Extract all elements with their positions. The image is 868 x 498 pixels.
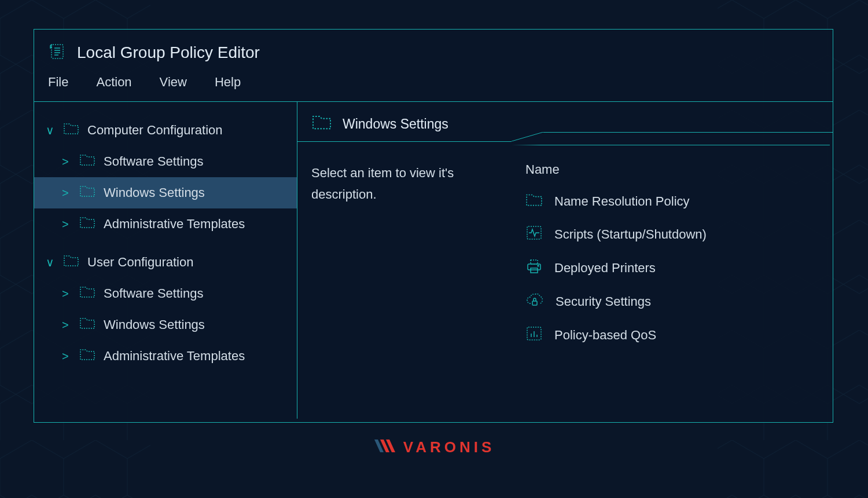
- item-scripts[interactable]: Scripts (Startup/Shutdown): [525, 218, 833, 251]
- chevron-down-icon: ∨: [46, 123, 55, 137]
- printer-icon: [525, 258, 543, 278]
- menu-view[interactable]: View: [160, 75, 187, 90]
- folder-icon: [63, 254, 79, 271]
- tree-item-label: Computer Configuration: [87, 123, 223, 138]
- cloud-lock-icon: [525, 292, 544, 312]
- chevron-right-icon: >: [62, 287, 71, 301]
- svg-rect-15: [532, 301, 537, 305]
- varonis-mark-icon: [373, 437, 398, 457]
- item-name-resolution-policy[interactable]: Name Resolution Policy: [525, 185, 833, 218]
- list-item-label: Name Resolution Policy: [554, 194, 690, 209]
- brand-logo: VARONIS: [0, 437, 868, 457]
- tree-item-label: Administrative Templates: [104, 349, 245, 364]
- content-header: Windows Settings: [297, 102, 540, 145]
- scroll-icon: [48, 42, 67, 63]
- app-window: Local Group Policy Editor File Action Vi…: [34, 29, 833, 423]
- menu-action[interactable]: Action: [96, 75, 131, 90]
- tree-item-label: Software Settings: [104, 154, 203, 169]
- chevron-down-icon: ∨: [46, 255, 55, 269]
- folder-icon: [79, 316, 95, 334]
- content-panel: Windows Settings Select an item to view …: [297, 102, 833, 419]
- tree-uc-software-settings[interactable]: > Software Settings: [34, 278, 297, 309]
- content-title: Windows Settings: [343, 116, 448, 132]
- chart-icon: [525, 325, 543, 345]
- tree-item-label: User Configuration: [87, 255, 193, 270]
- list-item-label: Deployed Printers: [554, 261, 656, 276]
- tree-item-label: Software Settings: [104, 286, 203, 301]
- tree-cc-software-settings[interactable]: > Software Settings: [34, 146, 297, 177]
- folder-icon: [79, 153, 95, 170]
- folder-icon: [79, 184, 95, 202]
- tree-uc-admin-templates[interactable]: > Administrative Templates: [34, 340, 297, 372]
- folder-icon: [79, 215, 95, 233]
- tree-item-label: Windows Settings: [104, 317, 205, 332]
- pulse-icon: [525, 225, 543, 244]
- tree-computer-configuration[interactable]: ∨ Computer Configuration: [34, 115, 297, 146]
- list-item-label: Scripts (Startup/Shutdown): [554, 227, 707, 242]
- svg-rect-13: [531, 268, 538, 273]
- svg-rect-4: [52, 45, 63, 58]
- menubar: File Action View Help: [34, 70, 833, 101]
- folder-icon: [525, 192, 543, 211]
- chevron-right-icon: >: [62, 186, 71, 200]
- svg-point-14: [538, 265, 539, 266]
- brand-name: VARONIS: [403, 438, 495, 456]
- folder-icon: [79, 285, 95, 302]
- tree-panel: ∨ Computer Configuration > Software Sett…: [34, 102, 297, 419]
- tree-cc-admin-templates[interactable]: > Administrative Templates: [34, 208, 297, 240]
- content-list: Name Name Resolution Policy: [525, 162, 833, 352]
- window-title: Local Group Policy Editor: [77, 43, 260, 62]
- tab-underline: [297, 141, 512, 142]
- folder-icon: [79, 347, 95, 365]
- svg-line-9: [512, 132, 543, 141]
- tab-diagonal: [512, 132, 543, 141]
- item-security-settings[interactable]: Security Settings: [525, 285, 833, 318]
- tree-cc-windows-settings[interactable]: > Windows Settings: [34, 177, 297, 208]
- tree-user-configuration[interactable]: ∨ User Configuration: [34, 247, 297, 278]
- item-deployed-printers[interactable]: Deployed Printers: [525, 251, 833, 285]
- list-item-label: Policy-based QoS: [554, 328, 656, 343]
- column-header-name: Name: [525, 162, 833, 185]
- chevron-right-icon: >: [62, 350, 71, 363]
- list-item-label: Security Settings: [556, 294, 651, 309]
- description-text: Select an item to view it's description.: [311, 162, 508, 352]
- menu-file[interactable]: File: [48, 75, 68, 90]
- folder-icon: [311, 113, 332, 134]
- tree-item-label: Administrative Templates: [104, 217, 245, 232]
- svg-rect-12: [531, 260, 538, 264]
- tree-uc-windows-settings[interactable]: > Windows Settings: [34, 309, 297, 340]
- folder-icon: [63, 122, 79, 139]
- window-body: ∨ Computer Configuration > Software Sett…: [34, 101, 833, 419]
- tree-item-label: Windows Settings: [104, 185, 205, 200]
- chevron-right-icon: >: [62, 218, 71, 231]
- item-policy-qos[interactable]: Policy-based QoS: [525, 318, 833, 352]
- menu-help[interactable]: Help: [215, 75, 241, 90]
- chevron-right-icon: >: [62, 318, 71, 332]
- header-line: [543, 132, 833, 133]
- titlebar: Local Group Policy Editor: [34, 30, 833, 70]
- chevron-right-icon: >: [62, 155, 71, 169]
